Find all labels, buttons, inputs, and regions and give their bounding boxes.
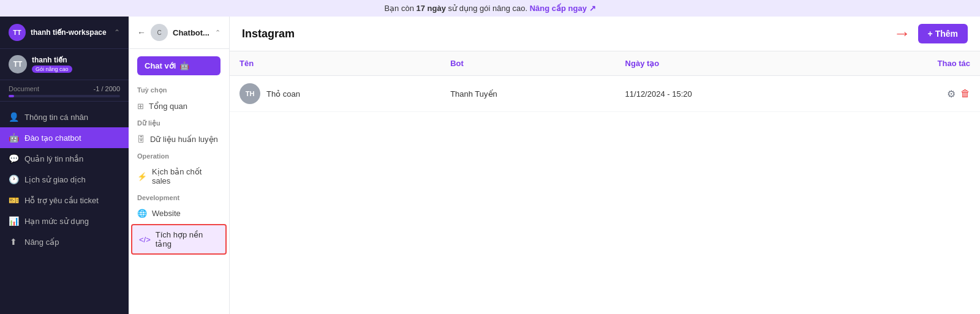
section-label-development: Development bbox=[129, 190, 229, 204]
sidebar-item-limits[interactable]: 📊 Hạn mức sử dụng bbox=[0, 211, 129, 231]
sidebar-item-ticket[interactable]: 🎫 Hỗ trợ yêu cầu ticket bbox=[0, 190, 129, 211]
workspace-name: thanh tiến-workspace bbox=[31, 28, 107, 37]
sub-nav-integration[interactable]: </> Tích hợp nền tảng bbox=[131, 224, 227, 255]
table-header-row: Tên Bot Ngày tạo Thao tác bbox=[230, 51, 980, 76]
sales-icon: ⚡ bbox=[137, 172, 147, 181]
center-panel: ← C Chatbot... ⌃ Chat với 🤖 Tuỳ chọn ⊞ T… bbox=[129, 17, 230, 314]
sidebar-item-messages[interactable]: 💬 Quản lý tin nhắn bbox=[0, 148, 129, 169]
row-name-container: TH Thỏ coan bbox=[239, 83, 431, 104]
user-name: thanh tiến bbox=[32, 56, 72, 64]
arrow-indicator: → bbox=[894, 24, 911, 43]
upgrade-link[interactable]: Nâng cấp ngay ↗ bbox=[530, 4, 596, 13]
nav-items: 👤 Thông tin cá nhân 🤖 Đào tạo chatbot 💬 … bbox=[0, 102, 129, 314]
history-icon: 🕐 bbox=[9, 174, 18, 184]
user-section: TT thanh tiến Gói nâng cao bbox=[0, 49, 129, 80]
workspace-info: TT thanh tiến-workspace bbox=[9, 24, 107, 41]
document-count: -1 / 2000 bbox=[94, 85, 120, 92]
content-area: Instagram → + Thêm Tên Bot Ngày tạo Thao… bbox=[230, 17, 980, 314]
banner-days: 17 ngày bbox=[417, 4, 446, 13]
user-badge: Gói nâng cao bbox=[32, 65, 72, 73]
sidebar-item-history-label: Lịch sử giao dịch bbox=[24, 175, 86, 184]
upgrade-icon: ⬆ bbox=[9, 237, 18, 247]
section-data: Dữ liệu 🗄 Dữ liệu huấn luyện bbox=[129, 116, 229, 149]
sidebar: TT thanh tiến-workspace ⌃ TT thanh tiến … bbox=[0, 17, 129, 314]
row-actions-cell: ⚙ 🗑 bbox=[842, 76, 980, 112]
row-name-text: Thỏ coan bbox=[266, 89, 300, 99]
chat-robot-icon: 🤖 bbox=[179, 61, 189, 70]
col-header-actions: Thao tác bbox=[842, 51, 980, 76]
workspace-chevron-icon[interactable]: ⌃ bbox=[114, 28, 120, 37]
header-right: → + Thêm bbox=[894, 24, 968, 43]
add-button[interactable]: + Thêm bbox=[918, 24, 968, 43]
sidebar-item-history[interactable]: 🕐 Lịch sử giao dịch bbox=[0, 169, 129, 190]
user-avatar: TT bbox=[9, 55, 27, 73]
section-development: Development 🌐 Website </> Tích hợp nền t… bbox=[129, 190, 229, 256]
row-avatar: TH bbox=[239, 83, 260, 104]
user-info: thanh tiến Gói nâng cao bbox=[32, 56, 72, 73]
website-icon: 🌐 bbox=[137, 209, 147, 218]
sub-nav-website-label: Website bbox=[152, 209, 181, 218]
row-name-cell: TH Thỏ coan bbox=[230, 76, 440, 112]
profile-icon: 👤 bbox=[9, 112, 18, 122]
section-label-options: Tuỳ chọn bbox=[129, 83, 229, 97]
section-operation: Operation ⚡ Kịch bản chốt sales bbox=[129, 149, 229, 190]
col-header-name: Tên bbox=[230, 51, 440, 76]
section-label-data: Dữ liệu bbox=[129, 116, 229, 130]
limits-icon: 📊 bbox=[9, 216, 18, 226]
sidebar-item-upgrade[interactable]: ⬆ Nâng cấp bbox=[0, 231, 129, 252]
sidebar-header: TT thanh tiến-workspace ⌃ bbox=[0, 17, 129, 49]
sub-nav-overview-label: Tổng quan bbox=[149, 102, 187, 111]
sub-nav-sales-label: Kịch bản chốt sales bbox=[152, 167, 221, 185]
row-bot-cell: Thanh Tuyến bbox=[440, 76, 615, 112]
banner-text: Bạn còn bbox=[384, 4, 416, 13]
sub-nav-training-label: Dữ liệu huấn luyện bbox=[150, 135, 218, 144]
overview-icon: ⊞ bbox=[137, 102, 144, 111]
sidebar-item-profile[interactable]: 👤 Thông tin cá nhân bbox=[0, 107, 129, 127]
sub-nav-overview[interactable]: ⊞ Tổng quan bbox=[129, 97, 229, 116]
sub-nav-sales[interactable]: ⚡ Kịch bản chốt sales bbox=[129, 162, 229, 190]
col-header-created: Ngày tạo bbox=[616, 51, 843, 76]
messages-icon: 💬 bbox=[9, 154, 18, 163]
sidebar-item-limits-label: Hạn mức sử dụng bbox=[24, 217, 89, 226]
sidebar-item-chatbot-label: Đào tạo chatbot bbox=[24, 133, 81, 143]
training-icon: 🗄 bbox=[137, 135, 145, 144]
delete-icon[interactable]: 🗑 bbox=[960, 88, 970, 99]
sidebar-item-chatbot[interactable]: 🤖 Đào tạo chatbot bbox=[0, 127, 129, 148]
table-container: Tên Bot Ngày tạo Thao tác TH bbox=[230, 51, 980, 314]
chatbot-chevron-icon[interactable]: ⌃ bbox=[215, 29, 221, 37]
document-section: Document -1 / 2000 bbox=[0, 80, 129, 102]
progress-bar-fill bbox=[9, 95, 14, 97]
center-header: ← C Chatbot... ⌃ bbox=[129, 17, 229, 49]
col-header-bot: Bot bbox=[440, 51, 615, 76]
banner-text2: sử dụng gói nâng cao. bbox=[446, 4, 530, 13]
actions-container: ⚙ 🗑 bbox=[852, 88, 970, 100]
integration-table: Tên Bot Ngày tạo Thao tác TH bbox=[230, 51, 980, 112]
sub-nav-website[interactable]: 🌐 Website bbox=[129, 204, 229, 223]
sidebar-item-ticket-label: Hỗ trợ yêu cầu ticket bbox=[24, 196, 99, 205]
top-banner: Bạn còn 17 ngày sử dụng gói nâng cao. Nâ… bbox=[0, 0, 980, 17]
chatbot-name: Chatbot... bbox=[173, 28, 210, 37]
section-label-operation: Operation bbox=[129, 149, 229, 162]
settings-icon[interactable]: ⚙ bbox=[947, 88, 956, 100]
sub-nav-training[interactable]: 🗄 Dữ liệu huấn luyện bbox=[129, 130, 229, 149]
ticket-icon: 🎫 bbox=[9, 195, 18, 205]
workspace-avatar: TT bbox=[9, 24, 26, 41]
chatbot-avatar: C bbox=[151, 24, 168, 41]
back-button[interactable]: ← bbox=[137, 28, 146, 37]
sub-nav-integration-label: Tích hợp nền tảng bbox=[156, 230, 217, 249]
chat-with-button[interactable]: Chat với 🤖 bbox=[137, 56, 221, 75]
row-created-cell: 11/12/2024 - 15:20 bbox=[616, 76, 843, 112]
document-label: Document bbox=[9, 85, 39, 92]
progress-bar-bg bbox=[9, 95, 120, 97]
chatbot-icon: 🤖 bbox=[9, 133, 18, 143]
page-title: Instagram bbox=[242, 28, 295, 40]
integration-icon: </> bbox=[139, 235, 151, 244]
sidebar-item-profile-label: Thông tin cá nhân bbox=[24, 113, 88, 122]
content-header: Instagram → + Thêm bbox=[230, 17, 980, 51]
sidebar-item-messages-label: Quản lý tin nhắn bbox=[24, 154, 83, 163]
sidebar-item-upgrade-label: Nâng cấp bbox=[24, 237, 59, 247]
table-row: TH Thỏ coan Thanh Tuyến 11/12/2024 - 15:… bbox=[230, 76, 980, 112]
section-options: Tuỳ chọn ⊞ Tổng quan bbox=[129, 83, 229, 116]
